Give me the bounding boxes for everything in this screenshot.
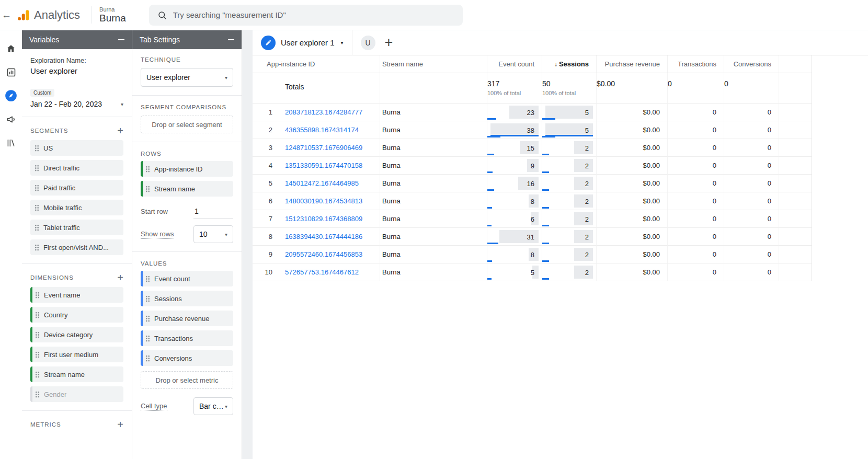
chevron-down-icon: ▾ xyxy=(225,232,227,237)
metric-value: 38 xyxy=(527,126,534,134)
segment-chip[interactable]: US xyxy=(30,140,123,156)
segment-chip[interactable]: Paid traffic xyxy=(30,180,123,196)
app-instance-id-link[interactable]: 1638394430.1674444186 xyxy=(285,233,362,240)
technique-select[interactable]: User explorer ▾ xyxy=(141,68,233,87)
advertising-icon[interactable] xyxy=(4,112,18,126)
column-header-sessions[interactable]: ↓ Sessions xyxy=(542,55,597,73)
app-instance-id-link[interactable]: 1351330591.1674470158 xyxy=(285,162,362,169)
app-instance-id-link[interactable]: 145012472.1674464985 xyxy=(285,179,359,187)
account-switcher[interactable]: Burna Burna xyxy=(92,6,126,24)
row-number: 10 xyxy=(253,263,285,281)
dimension-chip[interactable]: Event name xyxy=(30,287,123,303)
reports-icon[interactable] xyxy=(4,65,18,79)
account-label: Burna xyxy=(99,6,126,13)
add-metric-button[interactable]: + xyxy=(117,419,123,430)
metric-bar-cell: 2 xyxy=(542,175,597,192)
table-row: 2436355898.1674314174Burna385$0.0000 xyxy=(253,121,812,139)
dimension-chip-disabled[interactable]: Gender xyxy=(30,386,123,402)
metric-value: 9 xyxy=(531,162,534,169)
segment-chip[interactable]: Mobile traffic xyxy=(30,200,123,215)
segment-chip[interactable]: Tablet traffic xyxy=(30,220,123,235)
variables-panel-header: Variables xyxy=(22,30,132,49)
dimension-chip[interactable]: Stream name xyxy=(30,366,123,382)
row-number: 8 xyxy=(253,228,285,246)
purchase-revenue-cell: $0.00 xyxy=(597,157,668,175)
dimension-chip[interactable]: Device category xyxy=(30,327,123,342)
add-segment-button[interactable]: + xyxy=(117,125,123,136)
app-instance-id-link[interactable]: 2095572460.1674456853 xyxy=(285,250,362,258)
segment-drop-zone[interactable]: Drop or select segment xyxy=(141,116,233,133)
dimension-chip-label: Event name xyxy=(44,291,80,299)
analytics-logo-icon[interactable] xyxy=(17,8,30,22)
column-header-event-count[interactable]: Event count xyxy=(487,55,542,73)
bar-chart-bar xyxy=(574,230,593,243)
segment-chip[interactable]: Direct traffic xyxy=(30,160,123,176)
exploration-name-value[interactable]: User explorer xyxy=(30,66,123,75)
metric-value: 2 xyxy=(585,268,589,276)
value-metric-chip[interactable]: Transactions xyxy=(141,330,233,346)
column-header-app-instance-id[interactable]: App-instance ID xyxy=(253,55,380,73)
row-number: 4 xyxy=(253,157,285,175)
show-rows-select[interactable]: 10 ▾ xyxy=(193,225,233,243)
topbar: ← Analytics Burna Burna xyxy=(0,0,868,30)
app-instance-id-link[interactable]: 1512310829.1674368809 xyxy=(285,215,362,223)
row-dimension-chip[interactable]: Stream name xyxy=(141,181,233,197)
edit-pencil-icon[interactable] xyxy=(261,36,276,50)
dimension-chip[interactable]: Country xyxy=(30,307,123,323)
metric-bar-cell: 8 xyxy=(487,246,542,263)
minimize-icon[interactable] xyxy=(118,39,124,40)
column-header-stream-name[interactable]: Stream name xyxy=(380,55,487,73)
app-instance-id-link[interactable]: 436355898.1674314174 xyxy=(285,126,359,134)
user-explorer-table: App-instance ID Stream name Event count … xyxy=(253,55,812,281)
bar-baseline xyxy=(487,243,498,244)
brand-title: Analytics xyxy=(34,8,80,22)
column-header-conversions[interactable]: Conversions xyxy=(724,55,779,73)
value-metric-chip[interactable]: Sessions xyxy=(141,291,233,306)
date-range-picker[interactable]: Jan 22 - Feb 20, 2023 ▾ xyxy=(30,100,123,108)
bar-chart-bar xyxy=(574,177,593,190)
home-icon[interactable] xyxy=(4,42,18,55)
divider xyxy=(22,117,132,117)
stream-name-cell: Burna xyxy=(380,192,487,210)
metric-drop-zone[interactable]: Drop or select metric xyxy=(141,371,233,389)
app-instance-id-link[interactable]: 1248710537.1676906469 xyxy=(285,144,362,152)
add-dimension-button[interactable]: + xyxy=(117,272,123,283)
stream-name-cell: Burna xyxy=(380,246,487,263)
row-number: 3 xyxy=(253,139,285,157)
value-metric-chip[interactable]: Event count xyxy=(141,271,233,286)
metric-bar-cell: 2 xyxy=(542,157,597,175)
add-tab-button[interactable]: + xyxy=(385,36,393,50)
metric-value: 2 xyxy=(585,144,589,152)
row-number: 6 xyxy=(253,192,285,210)
explore-icon[interactable] xyxy=(4,89,18,102)
segment-chip[interactable]: First open/visit AND... xyxy=(30,239,123,255)
search-bar[interactable] xyxy=(149,5,463,26)
column-header-purchase-revenue[interactable]: Purchase revenue xyxy=(597,55,668,73)
value-metric-chip[interactable]: Conversions xyxy=(141,350,233,366)
bar-chart-bar xyxy=(574,194,593,208)
dimension-chip[interactable]: First user medium xyxy=(30,347,123,362)
row-dimension-chip[interactable]: App-instance ID xyxy=(141,161,233,177)
back-arrow-icon[interactable]: ← xyxy=(0,9,14,21)
column-header-transactions[interactable]: Transactions xyxy=(668,55,724,73)
app-instance-id-link[interactable]: 2083718123.1674284777 xyxy=(285,108,362,116)
minimize-icon[interactable] xyxy=(228,39,234,40)
bar-chart-bar xyxy=(574,141,593,154)
bar-baseline xyxy=(542,278,549,280)
app-instance-id-link[interactable]: 572657753.1674467612 xyxy=(285,268,359,276)
start-row-select[interactable]: 1 xyxy=(193,204,233,219)
bar-baseline xyxy=(542,136,555,137)
app-instance-id-link[interactable]: 1480030190.1674534813 xyxy=(285,197,362,205)
metric-bar-cell: 6 xyxy=(487,210,542,228)
search-input[interactable] xyxy=(173,10,454,19)
metric-value: 2 xyxy=(585,197,589,205)
dimension-chip-label: Gender xyxy=(44,391,66,398)
tab-user-explorer-1[interactable]: User explorer 1 ▾ xyxy=(253,30,352,55)
tab-collapsed-u[interactable]: U xyxy=(361,36,375,50)
chevron-down-icon[interactable]: ▾ xyxy=(341,40,344,45)
library-icon[interactable] xyxy=(4,136,18,150)
cell-type-select[interactable]: Bar ch... ▾ xyxy=(193,397,233,415)
value-metric-chip[interactable]: Purchase revenue xyxy=(141,311,233,326)
stream-name-cell: Burna xyxy=(380,175,487,192)
metric-value: 8 xyxy=(531,197,534,205)
